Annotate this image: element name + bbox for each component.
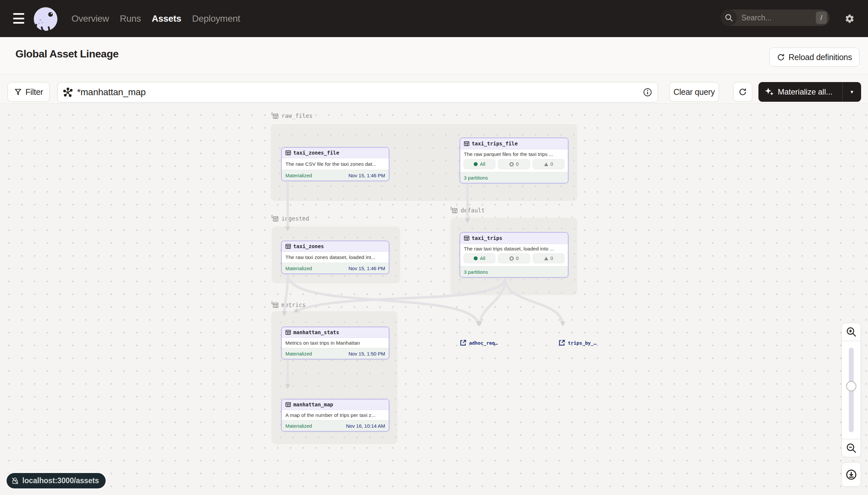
page-header: Global Asset Lineage: [0, 37, 868, 74]
filter-button[interactable]: Filter: [7, 82, 50, 102]
group-label-ingested[interactable]: ingested: [271, 215, 309, 222]
table-icon: [285, 243, 291, 249]
asset-node-taxi-trips[interactable]: taxi_trips The raw taxi trips dataset, l…: [460, 232, 568, 278]
page-title: Global Asset Lineage: [15, 48, 119, 60]
dagster-logo-icon[interactable]: [33, 7, 58, 34]
partition-badge-failed: 0: [498, 159, 530, 169]
partition-badge-missing: 0: [533, 253, 565, 263]
asset-node-taxi-trips-file[interactable]: taxi_trips_file The raw parquet files fo…: [460, 138, 568, 184]
search-shortcut-key: /: [816, 12, 827, 24]
status-label: Materialized: [285, 423, 312, 429]
search-input[interactable]: Search... /: [721, 10, 830, 26]
zoom-slider-thumb[interactable]: [846, 381, 856, 391]
table-icon: [285, 329, 291, 335]
group-label-default[interactable]: default: [450, 207, 485, 214]
table-icon: [285, 402, 291, 407]
asset-node-manhattan-map[interactable]: manhattan_map A map of the number of tri…: [281, 399, 389, 432]
partition-badge-missing: 0: [533, 159, 565, 169]
asset-query-input[interactable]: *manhattan_map: [57, 82, 658, 102]
partition-badge-all: All: [463, 159, 495, 169]
materialize-all-button[interactable]: Materialize all... ▼: [758, 82, 861, 102]
settings-gear-icon[interactable]: [845, 14, 854, 24]
partitions-label: 3 partitions: [464, 269, 488, 275]
partitions-label: 3 partitions: [464, 175, 488, 181]
asset-node-taxi-zones-file[interactable]: taxi_zones_file The raw CSV file for the…: [281, 147, 389, 181]
external-asset-trips-by-week[interactable]: trips_by_…: [558, 339, 596, 346]
refresh-button[interactable]: [733, 82, 752, 102]
insecure-lock-icon: [11, 477, 19, 485]
top-navbar: Overview Runs Assets Deployment Search..…: [0, 0, 868, 37]
table-icon: [464, 235, 470, 241]
info-icon[interactable]: [643, 87, 653, 97]
reload-definitions-button[interactable]: Reload definitions: [769, 48, 860, 67]
nav-deployment[interactable]: Deployment: [192, 14, 240, 24]
lineage-query-icon: [63, 87, 73, 97]
sparkle-icon: [764, 87, 774, 97]
status-label: Materialized: [285, 351, 312, 357]
url-statusbar: localhost:3000/assets: [6, 473, 106, 489]
group-label-metrics[interactable]: metrics: [271, 301, 306, 309]
menu-icon[interactable]: [13, 13, 24, 24]
nav-links: Overview Runs Assets Deployment: [72, 0, 240, 37]
table-icon: [285, 150, 291, 156]
zoom-slider[interactable]: [842, 341, 861, 439]
external-asset-adhoc-request[interactable]: adhoc_req…: [460, 339, 498, 346]
table-icon: [464, 141, 470, 147]
status-time: Nov 15, 1:46 PM: [348, 266, 385, 271]
zoom-in-button[interactable]: [842, 323, 861, 341]
nav-assets[interactable]: Assets: [152, 14, 181, 24]
status-label: Materialized: [285, 266, 312, 271]
status-time: Nov 15, 1:46 PM: [348, 173, 385, 178]
clear-query-button[interactable]: Clear query: [669, 82, 719, 102]
partition-badge-failed: 0: [498, 253, 530, 263]
search-placeholder: Search...: [741, 14, 816, 22]
asset-node-taxi-zones[interactable]: taxi_zones The raw taxi zones dataset, l…: [281, 241, 389, 274]
nav-overview[interactable]: Overview: [72, 14, 109, 24]
asset-node-manhattan-stats[interactable]: manhattan_stats Metrics on taxi trips in…: [281, 327, 389, 359]
search-icon: [721, 10, 737, 26]
materialize-dropdown-caret[interactable]: ▼: [843, 89, 861, 95]
download-image-button[interactable]: [842, 462, 861, 487]
nav-runs[interactable]: Runs: [120, 14, 141, 24]
zoom-panel: [842, 323, 861, 457]
group-label-raw-files[interactable]: raw_files: [271, 112, 313, 119]
status-label: Materialized: [285, 173, 312, 178]
external-link-icon: [460, 339, 466, 346]
external-link-icon: [558, 339, 565, 346]
query-value[interactable]: *manhattan_map: [77, 87, 643, 98]
status-time: Nov 16, 10:14 AM: [346, 423, 385, 429]
partition-badge-all: All: [463, 253, 495, 263]
lineage-toolbar: Filter *manhattan_map Clear query Materi…: [0, 74, 868, 104]
zoom-out-button[interactable]: [842, 439, 861, 457]
status-time: Nov 15, 1:50 PM: [348, 351, 385, 357]
